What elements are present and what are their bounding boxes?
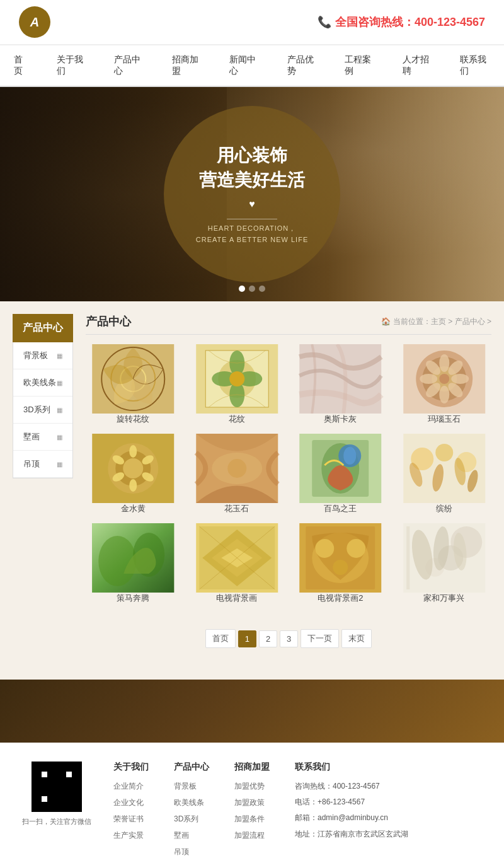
sidebar-item-3d[interactable]: 3D系列 ▦ (13, 397, 72, 424)
banner-dots (239, 286, 265, 292)
sidebar-arrow-3: ▦ (57, 434, 62, 441)
svg-point-19 (451, 374, 469, 384)
hotline-text: 全国咨询热线：400-123-4567 (335, 14, 485, 30)
svg-point-68 (333, 560, 348, 575)
footer-content: 扫一扫，关注官方微信 关于我们 企业简介 企业文化 荣誉证书 生产实景 产品中心… (0, 743, 504, 863)
nav-products[interactable]: 产品中心 (100, 45, 158, 86)
svg-point-67 (346, 539, 365, 558)
sidebar-title: 产品中心 (13, 314, 73, 342)
sidebar-item-murals[interactable]: 墅画 ▦ (13, 424, 72, 451)
nav-cases[interactable]: 工程案例 (331, 45, 389, 86)
nav-franchise[interactable]: 招商加盟 (158, 45, 216, 86)
nav-news[interactable]: 新闻中心 (215, 45, 273, 86)
page-first[interactable]: 首页 (205, 629, 236, 648)
footer-link-about-1[interactable]: 企业文化 (113, 798, 144, 807)
footer-col-products-title: 产品中心 (174, 762, 209, 773)
svg-point-25 (439, 374, 449, 384)
sidebar-arrow-0: ▦ (57, 352, 62, 359)
banner-dot-3[interactable] (259, 286, 265, 292)
nav-about[interactable]: 关于我们 (43, 45, 101, 86)
svg-point-30 (129, 445, 137, 458)
footer-link-products-4[interactable]: 吊顶 (174, 847, 189, 856)
product-img-0 (86, 344, 181, 414)
product-card-10[interactable]: 电视背景画2 (293, 523, 388, 604)
product-card-5[interactable]: 花玉石 (190, 434, 285, 514)
banner-dot-2[interactable] (249, 286, 255, 292)
product-img-11 (397, 523, 492, 593)
pagination: 首页 1 2 3 下一页 末页 (86, 617, 491, 654)
logo[interactable]: A (19, 6, 50, 38)
qr-code (32, 762, 82, 812)
products-area: 产品中心 🏠 当前位置：主页 > 产品中心 > (73, 314, 491, 667)
sidebar-item-ceiling[interactable]: 吊顶 ▦ (13, 451, 72, 478)
product-card-0[interactable]: 旋转花纹 (86, 344, 181, 425)
nav-advantage[interactable]: 产品优势 (273, 45, 331, 86)
product-card-6[interactable]: 百鸟之王 (293, 434, 388, 514)
footer-link-about-2[interactable]: 荣誉证书 (113, 814, 144, 823)
sidebar-item-lines[interactable]: 欧美线条 ▦ (13, 369, 72, 397)
product-name-3: 玛瑙玉石 (397, 414, 492, 425)
footer-link-franchise-3[interactable]: 加盟流程 (234, 831, 265, 840)
footer-col-products: 产品中心 背景板 欧美线条 3D系列 墅画 吊顶 (174, 762, 209, 862)
page-2[interactable]: 2 (259, 630, 277, 647)
svg-point-29 (123, 458, 143, 478)
nav-home[interactable]: 首页 (0, 45, 43, 86)
svg-rect-76 (406, 526, 410, 589)
product-name-8: 策马奔腾 (86, 593, 181, 604)
banner-divider (227, 219, 277, 219)
page-1[interactable]: 1 (238, 630, 256, 647)
banner-heart-icon: ♥ (249, 199, 255, 210)
product-card-4[interactable]: 金水黄 (86, 434, 181, 514)
footer-contact-2: 邮箱：admin@adminbuy.cn (295, 812, 408, 824)
product-card-8[interactable]: 策马奔腾 (86, 523, 181, 604)
page-next[interactable]: 下一页 (301, 629, 339, 648)
product-card-7[interactable]: 缤纷 (397, 434, 492, 514)
footer-cols: 关于我们 企业简介 企业文化 荣誉证书 生产实景 产品中心 背景板 欧美线条 3… (113, 762, 485, 862)
footer-contact-3: 地址：江苏省南京市玄武区玄武湖 (295, 828, 408, 840)
footer-link-about-0[interactable]: 企业简介 (113, 782, 144, 791)
footer-link-franchise-1[interactable]: 加盟政策 (234, 798, 265, 807)
product-img-3 (397, 344, 492, 414)
footer-link-products-1[interactable]: 欧美线条 (174, 798, 204, 807)
footer-col-franchise-title: 招商加盟 (234, 762, 270, 773)
nav-jobs[interactable]: 人才招聘 (389, 45, 447, 86)
product-name-0: 旋转花纹 (86, 414, 181, 425)
product-img-7 (397, 434, 492, 503)
footer-col-contact-title: 联系我们 (295, 762, 408, 773)
product-name-4: 金水黄 (86, 503, 181, 514)
sidebar-arrow-1: ▦ (57, 379, 62, 386)
product-name-5: 花玉石 (190, 503, 285, 514)
nav-contact[interactable]: 联系我们 (446, 45, 504, 86)
footer-link-franchise-2[interactable]: 加盟条件 (234, 814, 265, 823)
product-card-3[interactable]: 玛瑙玉石 (397, 344, 492, 425)
product-name-7: 缤纷 (397, 503, 492, 514)
page-last[interactable]: 末页 (341, 629, 372, 648)
footer-col-franchise: 招商加盟 加盟优势 加盟政策 加盟条件 加盟流程 (234, 762, 270, 862)
banner-title-en: HEART DECORATION， CREATE A BETTER NEW LI… (196, 223, 308, 245)
svg-point-46 (435, 444, 453, 461)
banner-dot-1[interactable] (239, 286, 245, 292)
product-grid: 旋转花纹 花纹 (86, 344, 491, 604)
footer-link-products-0[interactable]: 背景板 (174, 782, 197, 791)
page-3[interactable]: 3 (280, 630, 298, 647)
sidebar-menu: 背景板 ▦ 欧美线条 ▦ 3D系列 ▦ 墅画 ▦ 吊顶 ▦ (13, 342, 73, 478)
product-name-9: 电视背景画 (190, 593, 285, 604)
product-card-2[interactable]: 奥斯卡灰 (293, 344, 388, 425)
footer-contact-1: 电话：+86-123-4567 (295, 796, 408, 808)
svg-point-17 (439, 354, 449, 372)
footer-link-franchise-0[interactable]: 加盟优势 (234, 782, 265, 791)
footer-link-products-2[interactable]: 3D系列 (174, 814, 198, 823)
product-img-4 (86, 434, 181, 503)
product-card-11[interactable]: 家和万事兴 (397, 523, 492, 604)
product-img-8 (86, 523, 181, 593)
sidebar-arrow-2: ▦ (57, 407, 62, 414)
sidebar-item-backgrounds[interactable]: 背景板 ▦ (13, 342, 72, 369)
footer-contact-0: 咨询热线：400-123-4567 (295, 780, 408, 792)
footer-link-products-3[interactable]: 墅画 (174, 831, 189, 840)
product-card-1[interactable]: 花纹 (190, 344, 285, 425)
footer-link-about-3[interactable]: 生产实景 (113, 831, 144, 840)
product-name-10: 电视背景画2 (293, 593, 388, 604)
svg-point-38 (227, 459, 246, 478)
hero-banner: 用心装饰 营造美好生活 ♥ HEART DECORATION， CREATE A… (0, 87, 504, 301)
product-card-9[interactable]: 电视背景画 (190, 523, 285, 604)
